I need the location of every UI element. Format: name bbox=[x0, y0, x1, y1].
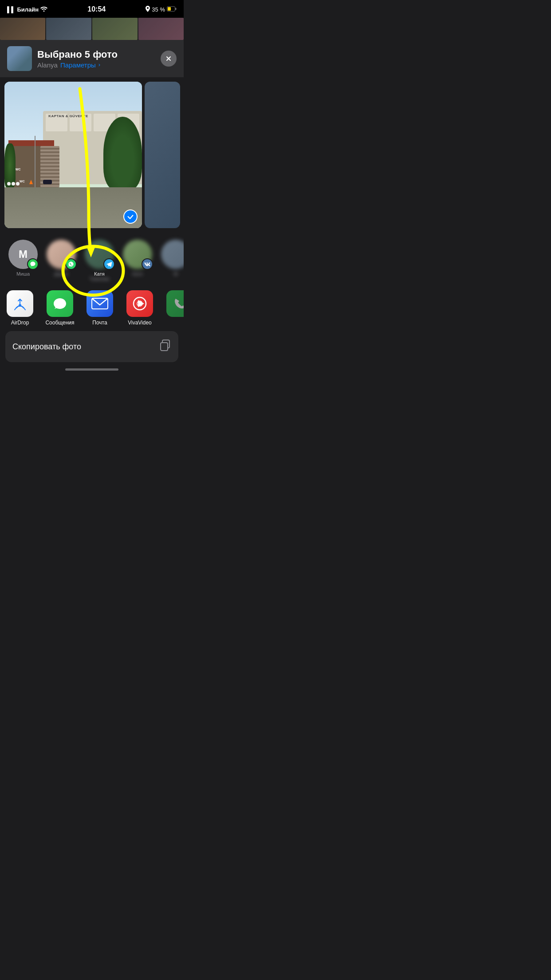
messages-badge-icon bbox=[27, 258, 39, 270]
bottom-bar bbox=[0, 364, 184, 373]
header-subtitle: Alanya Параметры › bbox=[37, 61, 155, 69]
location-icon bbox=[146, 6, 150, 13]
contact-item-m2[interactable]: M bbox=[160, 240, 184, 277]
contact-avatar-katya bbox=[85, 240, 114, 269]
svg-rect-5 bbox=[91, 297, 108, 310]
contact-name-katya: Катя Томачева bbox=[90, 271, 110, 281]
main-photo[interactable]: KAPTAN & GÜVERTE WC WC bbox=[4, 82, 142, 228]
battery-icon bbox=[167, 6, 177, 13]
contact-item-katya2[interactable]: Катя bbox=[122, 240, 153, 277]
chevron-right-icon: › bbox=[98, 61, 100, 69]
apps-row: AirDrop Сообщения Почта bbox=[0, 285, 184, 328]
contacts-row: M Миша Дарья bbox=[0, 233, 184, 285]
contact-name-m: Миша bbox=[16, 271, 30, 277]
mail-icon-wrapper bbox=[87, 290, 113, 317]
side-photo[interactable] bbox=[145, 82, 180, 228]
battery-percent: 35 % bbox=[152, 6, 165, 13]
top-photo-strip bbox=[0, 18, 184, 40]
photo-selected-checkmark bbox=[123, 209, 138, 224]
copy-photo-label: Скопировать фото bbox=[12, 342, 81, 352]
svg-point-0 bbox=[43, 10, 45, 12]
contact-avatar-m2 bbox=[161, 240, 184, 269]
contact-avatar-katya2 bbox=[123, 240, 152, 269]
header-text: Выбрано 5 фото Alanya Параметры › bbox=[37, 49, 155, 69]
contact-item-m[interactable]: M Миша bbox=[7, 240, 39, 277]
airdrop-label: AirDrop bbox=[11, 320, 29, 326]
building-sign: KAPTAN & GÜVERTE bbox=[48, 114, 88, 118]
strip-photo-1 bbox=[0, 18, 45, 40]
location-label: Alanya bbox=[37, 61, 58, 69]
app-item-mail[interactable]: Почта bbox=[80, 290, 120, 326]
whatsapp-badge-icon bbox=[65, 258, 77, 270]
strip-photo-4 bbox=[138, 18, 184, 40]
home-indicator bbox=[65, 368, 118, 371]
share-header: Выбрано 5 фото Alanya Параметры › bbox=[0, 40, 184, 77]
avatar-circle-m2 bbox=[161, 240, 184, 269]
contact-avatar-m: M bbox=[8, 240, 38, 269]
photo-preview-strip: KAPTAN & GÜVERTE WC WC bbox=[0, 77, 184, 233]
svg-rect-11 bbox=[161, 343, 168, 351]
vivavideo-label: VivaVideo bbox=[128, 320, 152, 326]
wifi-icon bbox=[40, 6, 47, 13]
status-time: 10:54 bbox=[87, 5, 106, 13]
contact-item-darya[interactable]: Дарья bbox=[45, 240, 77, 277]
app-item-vivavideo[interactable]: VivaVideo bbox=[120, 290, 160, 326]
svg-rect-3 bbox=[175, 8, 177, 10]
header-thumbnail bbox=[7, 46, 32, 71]
status-left: ▌▌ Билайн bbox=[7, 6, 47, 13]
carrier-name: Билайн bbox=[17, 6, 39, 13]
svg-rect-2 bbox=[168, 7, 171, 11]
contact-name-darya: Дарья bbox=[54, 271, 68, 277]
app-item-messages[interactable]: Сообщения bbox=[40, 290, 80, 326]
phone-icon-wrapper bbox=[166, 290, 184, 317]
telegram-badge-icon bbox=[103, 258, 115, 270]
airdrop-icon-wrapper bbox=[7, 290, 33, 317]
contact-name-m2: M bbox=[173, 271, 177, 277]
header-title: Выбрано 5 фото bbox=[37, 49, 155, 60]
copy-photo-button[interactable]: Скопировать фото bbox=[5, 331, 178, 362]
status-right: 35 % bbox=[146, 6, 177, 13]
messages-label: Сообщения bbox=[45, 320, 74, 326]
messages-icon-wrapper bbox=[47, 290, 73, 317]
contact-item-katya[interactable]: Катя Томачева bbox=[83, 240, 115, 281]
app-item-airdrop[interactable]: AirDrop bbox=[0, 290, 40, 326]
contact-avatar-darya bbox=[47, 240, 76, 269]
vivavideo-icon-wrapper bbox=[126, 290, 153, 317]
mail-label: Почта bbox=[92, 320, 107, 326]
signal-icon: ▌▌ bbox=[7, 6, 15, 13]
app-item-phone[interactable] bbox=[160, 290, 184, 326]
vk-badge-icon bbox=[142, 258, 153, 270]
contact-name-katya2: Катя bbox=[132, 271, 142, 277]
copy-icon bbox=[159, 339, 171, 354]
close-button[interactable] bbox=[161, 51, 177, 67]
strip-photo-3 bbox=[92, 18, 138, 40]
params-link[interactable]: Параметры bbox=[60, 61, 96, 69]
status-bar: ▌▌ Билайн 10:54 35 % bbox=[0, 0, 184, 18]
strip-photo-2 bbox=[46, 18, 91, 40]
